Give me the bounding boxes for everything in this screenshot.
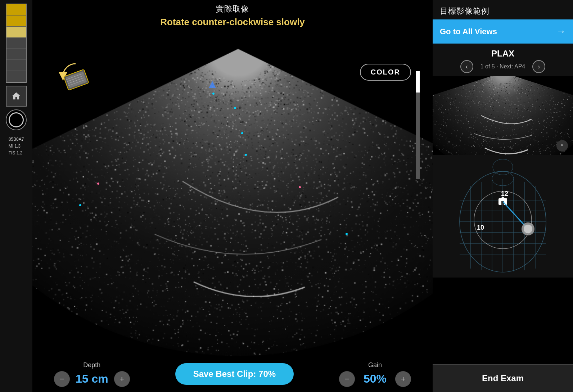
right-panel: 目標影像範例 Go to All Views → PLAX ‹ 1 of 5 ·… [433,0,573,392]
gain-segment-3 [6,27,26,38]
depth-label: Depth [83,361,100,369]
view-navigation: ‹ 1 of 5 · Next: AP4 › [433,60,573,76]
quote-badge: ❝ [556,140,568,152]
freeze-button[interactable] [6,109,27,130]
scatter-dot [299,186,301,188]
target-image-container: ❝ [433,76,573,364]
depth-increase-button[interactable]: + [114,371,130,387]
gain-slider[interactable] [6,4,27,83]
probe-graphic [54,57,97,93]
scatter-dot [245,154,247,156]
depth-bar [416,71,420,179]
probe-marker [209,81,216,90]
bottom-controls: Depth − 15 cm + Save Best Clip: 70% Gain… [32,356,433,392]
gain-value-row: − 50% + [339,371,411,387]
main-title: 實際取像 [32,0,433,14]
home-button[interactable] [6,86,27,107]
next-view-button[interactable]: › [532,60,545,73]
view-counter: 1 of 5 · Next: AP4 [480,63,525,70]
gain-value: 50% [361,372,389,386]
target-ultrasound-image: ❝ [433,76,573,155]
scatter-dot [212,93,215,95]
go-to-all-views-button[interactable]: Go to All Views → [433,19,573,44]
gain-segment-6 [6,60,26,71]
depth-control-group: Depth − 15 cm + [54,361,130,387]
view-name: PLAX [433,44,573,60]
svg-rect-1 [66,71,87,89]
gain-segment-4 [6,38,26,49]
gain-control-group: Gain − 50% + [339,361,411,387]
depth-value: 15 cm [76,372,108,386]
scatter-dot [234,107,236,109]
scatter-dot [97,183,99,185]
ultrasound-viewport: COLOR [32,28,433,356]
home-marker [498,197,507,205]
main-area: 實際取像 Rotate counter-clockwise slowly [32,0,433,392]
right-panel-title: 目標影像範例 [433,0,573,19]
body-diagram-svg: 12 10 [434,157,571,276]
svg-point-9 [493,159,513,175]
probe-info: 85B0A7 MI 1.3 TIS 1.2 [9,136,24,157]
scatter-dot [79,204,81,206]
body-label-10: 10 [477,224,484,231]
gain-segment-1 [6,4,26,15]
gain-decrease-button[interactable]: − [339,371,355,387]
color-button[interactable]: COLOR [360,64,411,81]
scatter-dot [346,233,348,235]
gain-segment-7 [6,71,26,82]
gain-increase-button[interactable]: + [395,371,411,387]
end-exam-button[interactable]: End Exam [433,364,573,392]
gain-segment-5 [6,49,26,60]
prev-view-button[interactable]: ‹ [460,60,473,73]
body-diagram: 12 10 [433,155,573,278]
depth-value-row: − 15 cm + [54,371,130,387]
go-all-views-arrow-icon: → [556,26,566,37]
svg-point-29 [524,225,532,233]
instruction-text: Rotate counter-clockwise slowly [32,14,433,28]
left-panel: 85B0A7 MI 1.3 TIS 1.2 [0,0,32,392]
gain-segment-2 [6,15,26,27]
body-label-12: 12 [501,190,508,197]
gain-label: Gain [368,361,382,369]
svg-line-27 [503,202,526,227]
freeze-inner-circle [9,112,24,127]
target-ultrasound-canvas [433,76,573,155]
depth-decrease-button[interactable]: − [54,371,70,387]
svg-marker-6 [209,81,216,88]
save-best-clip-button[interactable]: Save Best Clip: 70% [175,363,294,385]
go-all-views-label: Go to All Views [440,27,497,36]
scatter-dot [241,132,243,134]
